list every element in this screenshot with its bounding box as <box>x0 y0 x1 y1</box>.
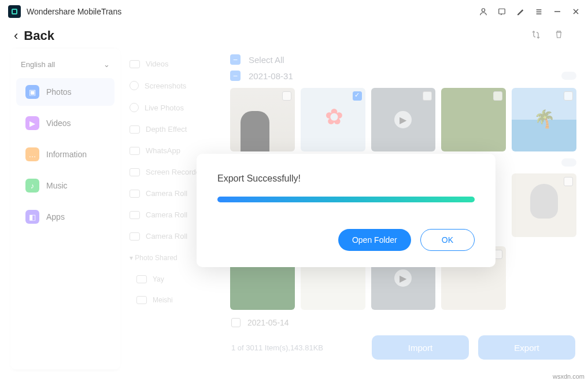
trash-icon[interactable] <box>554 29 564 42</box>
watermark: wsxdn.com <box>553 373 585 380</box>
feedback-icon[interactable] <box>498 8 506 16</box>
ok-button[interactable]: OK <box>420 229 475 251</box>
back-label: Back <box>24 28 54 43</box>
back-button[interactable]: ‹ Back <box>14 28 54 43</box>
edit-icon[interactable] <box>516 8 524 16</box>
minimize-icon[interactable] <box>553 8 561 16</box>
svg-point-0 <box>482 9 485 12</box>
dialog-message: Export Successfully! <box>217 173 475 184</box>
app-title: Wondershare MobileTrans <box>27 7 121 16</box>
refresh-icon[interactable] <box>531 29 541 42</box>
export-success-dialog: Export Successfully! Open Folder OK <box>197 154 495 267</box>
user-icon[interactable] <box>479 8 487 16</box>
open-folder-button[interactable]: Open Folder <box>338 229 411 251</box>
title-bar: Wondershare MobileTrans <box>0 0 588 23</box>
close-icon[interactable] <box>572 8 580 16</box>
app-logo <box>8 5 21 18</box>
progress-bar <box>217 197 475 202</box>
chevron-left-icon: ‹ <box>14 28 18 43</box>
back-bar: ‹ Back <box>0 23 588 49</box>
menu-icon[interactable] <box>535 8 543 16</box>
svg-rect-1 <box>499 9 505 14</box>
